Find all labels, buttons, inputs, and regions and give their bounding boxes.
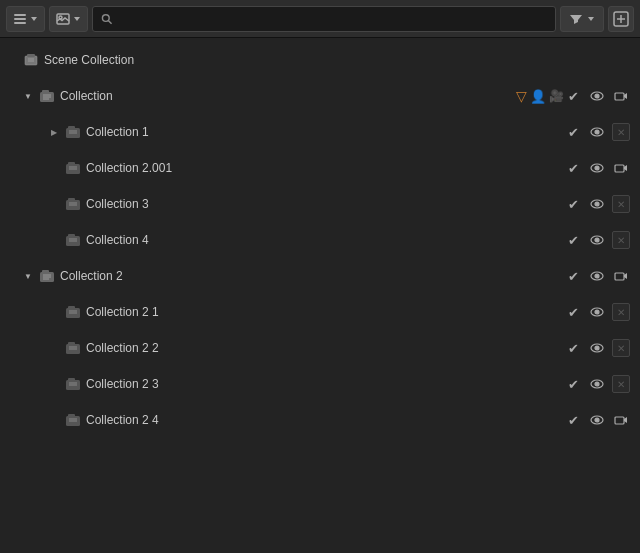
eye-toggle[interactable] (588, 195, 606, 213)
collection-icon (38, 87, 56, 105)
svg-rect-21 (615, 93, 624, 100)
svg-rect-24 (68, 126, 75, 130)
svg-point-48 (595, 238, 599, 242)
view-mode-button[interactable] (6, 6, 45, 32)
tree-row[interactable]: ▶ Collection 1 ✔ (0, 114, 640, 150)
row-content: Collection 2 4 (48, 411, 564, 429)
row-content: Collection 3 (48, 195, 564, 213)
render-toggle[interactable] (612, 267, 630, 285)
collection-3-label: Collection 3 (86, 197, 564, 211)
expand-arrow[interactable]: ▼ (22, 90, 34, 102)
row-controls: ✔ (564, 411, 634, 429)
svg-rect-56 (615, 273, 624, 280)
collection-label: Collection (60, 89, 506, 103)
collection-4-label: Collection 4 (86, 233, 564, 247)
tree-row[interactable]: ▼ Collection 2 ✔ (0, 258, 640, 294)
row-controls: ✔ (564, 159, 634, 177)
svg-rect-2 (14, 22, 26, 24)
exclude-toggle[interactable]: ✕ (612, 303, 630, 321)
row-content: Collection 2 1 (48, 303, 564, 321)
svg-rect-77 (68, 414, 75, 418)
visibility-check[interactable]: ✔ (564, 87, 582, 105)
svg-point-55 (595, 274, 599, 278)
svg-point-34 (595, 166, 599, 170)
exclude-toggle[interactable]: ✕ (612, 231, 630, 249)
row-content: Collection 2.001 (48, 159, 564, 177)
inline-icons: ▽ 👤 🎥 (516, 88, 564, 104)
tree-row[interactable]: Collection 4 ✔ ✕ (0, 222, 640, 258)
collection-2-3-label: Collection 2 3 (86, 377, 564, 391)
display-mode-button[interactable] (49, 6, 88, 32)
visibility-check[interactable]: ✔ (564, 123, 582, 141)
tree-row[interactable]: Collection 3 ✔ ✕ (0, 186, 640, 222)
scene-collection-label: Scene Collection (44, 53, 634, 67)
svg-rect-82 (615, 417, 624, 424)
render-toggle[interactable] (612, 87, 630, 105)
cone-icon: ▽ (516, 88, 527, 104)
svg-line-6 (108, 20, 111, 23)
exclude-toggle[interactable]: ✕ (612, 339, 630, 357)
camera-icon: 🎥 (549, 89, 564, 103)
visibility-check[interactable]: ✔ (564, 159, 582, 177)
eye-toggle[interactable] (588, 267, 606, 285)
visibility-check[interactable]: ✔ (564, 267, 582, 285)
tree-row[interactable]: Collection 2.001 ✔ (0, 150, 640, 186)
eye-toggle[interactable] (588, 375, 606, 393)
filter-button[interactable] (560, 6, 604, 32)
search-input[interactable] (119, 13, 547, 25)
tree-row[interactable]: Scene Collection (0, 42, 640, 78)
tree-row[interactable]: ▼ Collection ▽ 👤 🎥 (0, 78, 640, 114)
row-content: ▶ Collection 1 (48, 123, 564, 141)
row-controls: ✔ ✕ (564, 339, 634, 357)
row-controls: ✔ ✕ (564, 375, 634, 393)
svg-rect-38 (68, 198, 75, 202)
svg-point-75 (595, 382, 599, 386)
visibility-check[interactable]: ✔ (564, 303, 582, 321)
collection-icon (64, 231, 82, 249)
eye-toggle[interactable] (588, 303, 606, 321)
tree-row[interactable]: Collection 2 3 ✔ ✕ (0, 366, 640, 402)
collection-2-icon (38, 267, 56, 285)
eye-toggle[interactable] (588, 231, 606, 249)
search-box (92, 6, 556, 32)
svg-point-69 (595, 346, 599, 350)
exclude-toggle[interactable]: ✕ (612, 123, 630, 141)
svg-rect-15 (42, 90, 49, 94)
filter-icon (569, 12, 583, 26)
expand-arrow[interactable]: ▼ (22, 270, 34, 282)
row-controls: ✔ ✕ (564, 195, 634, 213)
tree-row[interactable]: Collection 2 1 ✔ ✕ (0, 294, 640, 330)
exclude-toggle[interactable]: ✕ (612, 375, 630, 393)
eye-toggle[interactable] (588, 87, 606, 105)
visibility-check[interactable]: ✔ (564, 231, 582, 249)
collection-2-1-label: Collection 2 1 (86, 305, 564, 319)
collection-1-label: Collection 1 (86, 125, 564, 139)
svg-point-81 (595, 418, 599, 422)
lamp-icon: 👤 (530, 89, 546, 104)
visibility-check[interactable]: ✔ (564, 339, 582, 357)
tree-row[interactable]: Collection 2 4 ✔ (0, 402, 640, 438)
collection-icon (64, 375, 82, 393)
expand-arrow[interactable]: ▶ (48, 126, 60, 138)
eye-toggle[interactable] (588, 411, 606, 429)
svg-rect-71 (68, 378, 75, 382)
outliner-panel: Scene Collection ▼ Collection (0, 0, 640, 553)
chevron-down-icon2 (73, 15, 81, 23)
collection-icon (64, 339, 82, 357)
svg-rect-59 (68, 306, 75, 310)
visibility-check[interactable]: ✔ (564, 411, 582, 429)
render-toggle[interactable] (612, 159, 630, 177)
eye-toggle[interactable] (588, 123, 606, 141)
exclude-toggle[interactable]: ✕ (612, 195, 630, 213)
tree-row[interactable]: Collection 2 2 ✔ ✕ (0, 330, 640, 366)
collection-icon (64, 303, 82, 321)
collection-icon (64, 195, 82, 213)
svg-point-42 (595, 202, 599, 206)
render-toggle[interactable] (612, 411, 630, 429)
eye-toggle[interactable] (588, 159, 606, 177)
visibility-check[interactable]: ✔ (564, 375, 582, 393)
collection-2-4-label: Collection 2 4 (86, 413, 564, 427)
add-collection-button[interactable] (608, 6, 634, 32)
visibility-check[interactable]: ✔ (564, 195, 582, 213)
eye-toggle[interactable] (588, 339, 606, 357)
